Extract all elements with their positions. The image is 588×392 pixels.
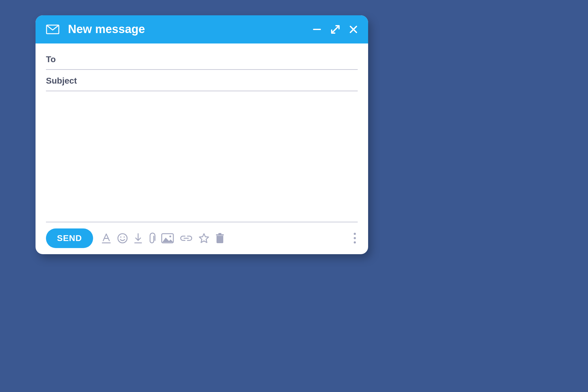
more-dot-icon (354, 241, 356, 243)
message-body[interactable] (46, 91, 358, 222)
svg-rect-15 (216, 234, 224, 236)
to-label: To (46, 55, 56, 64)
compose-window: New message (36, 15, 368, 254)
subject-field[interactable]: Subject (46, 70, 358, 91)
svg-point-8 (120, 236, 121, 238)
svg-rect-16 (218, 233, 221, 234)
attachment-icon[interactable] (148, 232, 156, 244)
header-fields: To Subject (36, 43, 368, 91)
to-field[interactable]: To (46, 48, 358, 70)
emoji-icon[interactable] (117, 233, 128, 244)
footer-toolbar: SEND (36, 222, 368, 254)
image-icon[interactable] (161, 233, 174, 243)
window-header: New message (36, 15, 368, 43)
download-icon[interactable] (134, 233, 143, 244)
expand-button[interactable] (331, 25, 340, 34)
trash-icon[interactable] (215, 233, 225, 244)
header-left: New message (46, 23, 145, 36)
svg-line-2 (332, 26, 339, 33)
subject-label: Subject (46, 76, 77, 85)
more-dot-icon (354, 237, 356, 239)
svg-point-7 (118, 234, 127, 243)
link-icon[interactable] (179, 235, 193, 242)
text-format-icon[interactable] (101, 233, 111, 244)
toolbar-icons (101, 232, 225, 244)
envelope-icon (46, 24, 59, 34)
window-controls (312, 25, 358, 34)
star-icon[interactable] (198, 233, 209, 244)
minimize-button[interactable] (312, 25, 322, 34)
window-title: New message (68, 23, 145, 36)
svg-point-13 (169, 236, 171, 237)
more-dot-icon (354, 233, 356, 235)
close-button[interactable] (349, 25, 358, 34)
send-button[interactable]: SEND (46, 228, 93, 248)
more-options-button[interactable] (352, 231, 358, 245)
svg-point-9 (123, 236, 125, 238)
